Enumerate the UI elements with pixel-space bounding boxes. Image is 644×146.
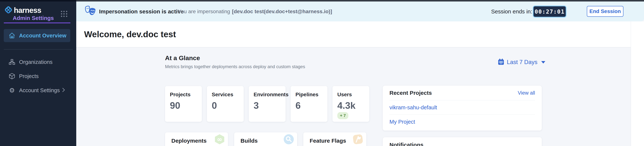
stat-card-users: Users 4.3k + 7: [332, 86, 369, 122]
gear-icon: ⚙: [8, 87, 15, 94]
notifications-panel: Notifications: [383, 137, 542, 146]
caret-down-icon: [541, 61, 545, 64]
harness-logo[interactable]: harness: [4, 5, 41, 15]
sidebar-item-organizations[interactable]: Organizations: [4, 56, 70, 69]
recent-project-row[interactable]: My Project: [390, 115, 535, 129]
module-label: Feature Flags: [310, 138, 346, 144]
stat-value: 3: [254, 100, 259, 111]
chevron-right-icon: [62, 88, 65, 93]
calendar-icon: [498, 59, 504, 66]
module-label: Deployments: [171, 138, 206, 144]
sidebar-item-account-overview[interactable]: Account Overview: [4, 29, 70, 42]
session-timer: 00:27:01: [533, 5, 566, 17]
banner-title: Impersonation session is active: [99, 1, 184, 21]
organizations-icon: [8, 59, 15, 65]
impersonation-banner: Impersonation session is active You are …: [76, 1, 644, 21]
stat-card-environments: Environments 3: [249, 86, 286, 122]
stat-value: 0: [212, 100, 217, 111]
stat-card-services: Services 0: [207, 86, 244, 122]
module-label: Builds: [240, 138, 258, 144]
sidebar-item-projects[interactable]: Projects: [4, 70, 70, 83]
module-card-builds[interactable]: Builds: [234, 132, 297, 146]
stat-value: 6: [296, 100, 301, 111]
deployments-icon: ∞: [214, 134, 225, 145]
projects-cube-icon: [8, 73, 15, 79]
harness-logo-icon: [4, 5, 13, 15]
notifications-title: Notifications: [390, 142, 535, 146]
home-icon: [8, 32, 15, 39]
builds-icon: [283, 134, 294, 145]
sidebar-item-account-settings[interactable]: ⚙ Account Settings: [4, 84, 70, 97]
recent-projects-title: Recent Projects: [390, 90, 432, 96]
stat-card-pipelines: Pipelines 6: [290, 86, 328, 122]
date-range-picker[interactable]: Last 7 Days: [498, 58, 545, 66]
module-grid-icon[interactable]: [61, 11, 67, 17]
stat-label: Users: [337, 92, 352, 98]
feature-flags-icon: [352, 134, 363, 145]
stat-label: Pipelines: [296, 92, 318, 98]
module-card-deployments[interactable]: Deployments ∞: [165, 132, 228, 146]
stat-label: Environments: [254, 92, 288, 98]
end-session-button[interactable]: End Session: [587, 6, 624, 17]
date-range-label: Last 7 Days: [507, 59, 538, 66]
modules-row: Deployments ∞ Builds Feature Flags: [165, 132, 366, 146]
view-all-link[interactable]: View all: [518, 90, 535, 96]
stat-label: Projects: [170, 92, 190, 98]
recent-project-row[interactable]: vikram-sahu-default: [390, 100, 535, 115]
sidebar-accent-divider: [4, 22, 70, 23]
stat-delta-badge: + 7: [337, 112, 348, 119]
impersonation-masks-icon: [84, 5, 96, 17]
page-title: Welcome, dev.doc test: [84, 21, 176, 47]
top-strip: [0, 0, 644, 1]
impersonated-user: [dev.doc test(dev.doc+test@harness.io)]: [232, 8, 332, 14]
module-card-feature-flags[interactable]: Feature Flags: [303, 132, 366, 146]
sidebar-item-label: Account Overview: [19, 33, 66, 39]
project-link[interactable]: vikram-sahu-default: [390, 104, 437, 111]
section-subtitle: Metrics brings together deployments acro…: [165, 64, 305, 69]
stat-label: Services: [212, 92, 233, 98]
app-root: harness Admin Settings Account Overview: [0, 0, 644, 146]
session-ends-label: Session ends in:: [491, 1, 532, 21]
recent-projects-panel: Recent Projects View all vikram-sahu-def…: [383, 86, 542, 131]
sidebar-divider: [4, 49, 73, 50]
brand-name: harness: [14, 6, 41, 14]
stat-card-projects: Projects 90: [165, 86, 202, 122]
sidebar-mode-label: Admin Settings: [13, 15, 54, 21]
section-title: At a Glance: [165, 54, 200, 62]
sidebar-item-label: Account Settings: [19, 87, 60, 93]
banner-subtitle: You are impersonating [dev.doc test(dev.…: [178, 1, 332, 21]
sidebar-item-label: Organizations: [19, 59, 52, 65]
stat-value: 90: [170, 100, 180, 111]
stats-row: Projects 90 Services 0 Environments 3 Pi…: [165, 86, 369, 122]
stat-value: 4.3k: [337, 100, 356, 111]
sidebar-item-label: Projects: [19, 73, 39, 79]
top-strip-sidebar: [0, 0, 76, 1]
right-rail: [631, 21, 644, 146]
page-header: Welcome, dev.doc test: [76, 21, 631, 48]
banner-subtitle-prefix: You are impersonating: [178, 8, 230, 14]
sidebar: harness Admin Settings Account Overview: [0, 1, 76, 146]
project-link[interactable]: My Project: [390, 119, 415, 125]
